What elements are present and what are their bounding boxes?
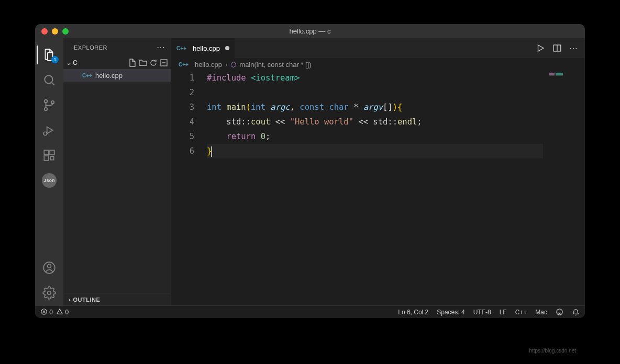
explorer-more-button[interactable]: ⋯ — [157, 42, 165, 52]
svg-point-11 — [48, 291, 51, 295]
outline-section[interactable]: ⌄ OUTLINE — [63, 293, 171, 305]
svg-point-17 — [557, 309, 562, 315]
text-cursor — [211, 146, 212, 157]
extensions-activity[interactable] — [37, 143, 62, 168]
run-icon[interactable] — [536, 43, 545, 53]
svg-point-3 — [51, 101, 54, 104]
token: int — [207, 103, 222, 112]
cpp-file-icon: C++ — [176, 46, 186, 51]
warning-icon — [56, 308, 63, 315]
token: std — [226, 117, 241, 127]
folder-header[interactable]: ⌄ C — [63, 56, 171, 69]
token: #include — [207, 73, 246, 83]
eol-status[interactable]: LF — [500, 309, 507, 316]
svg-rect-6 — [50, 150, 54, 155]
line-number: 4 — [171, 115, 194, 129]
dirty-indicator — [225, 46, 229, 50]
explorer-activity[interactable]: 1 — [37, 42, 62, 67]
cursor-position[interactable]: Ln 6, Col 2 — [398, 309, 428, 316]
source-control-activity[interactable] — [37, 93, 62, 118]
svg-rect-8 — [50, 156, 54, 160]
code-content: #include <iostream> int main(int argc, c… — [207, 71, 543, 305]
svg-point-0 — [45, 75, 52, 83]
errors-status[interactable]: 0 — [40, 308, 53, 316]
warnings-status[interactable]: 0 — [56, 308, 69, 316]
code-editor[interactable]: 1 2 3 4 5 6 #include <iostream> int main… — [171, 71, 585, 305]
minimize-window-button[interactable] — [52, 28, 58, 35]
token: std — [373, 117, 388, 127]
explorer-sidebar: EXPLORER ⋯ ⌄ C C++ hello.cpp ⌄ OU — [63, 38, 171, 305]
window-title: hello.cpp — c — [290, 27, 331, 35]
gear-icon — [42, 286, 56, 300]
chevron-down-icon: ⌄ — [67, 60, 71, 66]
svg-marker-13 — [538, 45, 544, 51]
account-icon — [42, 261, 56, 275]
token: argc — [270, 103, 290, 112]
tab-label: hello.cpp — [193, 44, 220, 52]
file-item-hello-cpp[interactable]: C++ hello.cpp — [63, 69, 171, 82]
svg-point-4 — [43, 132, 47, 135]
svg-rect-5 — [44, 150, 49, 155]
tab-hello-cpp[interactable]: C++ hello.cpp — [171, 38, 235, 58]
breadcrumb-file: hello.cpp — [195, 61, 222, 69]
token: cout — [251, 117, 270, 127]
error-icon — [40, 308, 48, 315]
os-status[interactable]: Mac — [535, 309, 547, 316]
run-debug-activity[interactable] — [37, 118, 62, 143]
line-number: 6 — [171, 144, 194, 158]
json-activity[interactable]: Json — [37, 168, 62, 193]
watermark: https://blog.csdn.net — [529, 348, 576, 354]
extensions-icon — [42, 149, 56, 162]
close-window-button[interactable] — [41, 28, 48, 35]
encoding-status[interactable]: UTF-8 — [473, 309, 491, 316]
token: argv — [363, 103, 383, 112]
traffic-lights — [35, 28, 69, 35]
json-icon: Json — [42, 173, 57, 188]
breadcrumb-symbol: main(int, const char * []) — [239, 61, 311, 69]
explorer-title: EXPLORER — [74, 44, 107, 51]
svg-rect-7 — [44, 156, 49, 161]
error-count: 0 — [49, 309, 53, 316]
svg-point-10 — [48, 264, 51, 268]
collapse-icon[interactable] — [160, 59, 168, 67]
branch-icon — [42, 98, 56, 112]
split-editor-icon[interactable] — [552, 43, 562, 53]
line-number: 5 — [171, 129, 194, 144]
warning-count: 0 — [65, 309, 69, 316]
debug-icon — [42, 123, 56, 137]
search-icon — [42, 73, 56, 87]
feedback-icon[interactable] — [556, 308, 563, 316]
token: "Hello world" — [290, 117, 353, 127]
token: char — [329, 103, 348, 112]
minimap[interactable] — [543, 71, 585, 305]
cpp-file-icon: C++ — [179, 62, 189, 67]
editor-actions: ⋯ — [528, 38, 585, 58]
token: 0 — [261, 132, 265, 141]
token: main — [226, 103, 246, 112]
titlebar: hello.cpp — c — [35, 24, 585, 38]
new-folder-icon[interactable] — [139, 59, 147, 67]
bell-icon[interactable] — [572, 308, 580, 316]
settings-activity[interactable] — [37, 280, 62, 305]
vscode-window: hello.cpp — c 1 Json — [35, 24, 585, 318]
line-number: 3 — [171, 100, 194, 115]
new-file-icon[interactable] — [128, 59, 137, 67]
function-icon: ⬡ — [230, 61, 236, 69]
tab-bar: C++ hello.cpp ⋯ — [171, 38, 585, 58]
refresh-icon[interactable] — [149, 59, 158, 67]
search-activity[interactable] — [37, 67, 62, 93]
line-number: 1 — [171, 71, 194, 85]
breadcrumb[interactable]: C++ hello.cpp › ⬡ main(int, const char *… — [171, 58, 585, 71]
explorer-header: EXPLORER ⋯ — [63, 38, 171, 56]
token: [] — [383, 103, 393, 112]
indentation-status[interactable]: Spaces: 4 — [437, 309, 464, 316]
maximize-window-button[interactable] — [62, 28, 69, 35]
folder-actions — [128, 59, 168, 67]
accounts-activity[interactable] — [37, 255, 62, 280]
activity-bar: 1 Json — [35, 38, 63, 305]
language-status[interactable]: C++ — [515, 309, 527, 316]
folder-name: C — [73, 59, 78, 66]
editor-more-button[interactable]: ⋯ — [569, 43, 578, 53]
outline-title: OUTLINE — [73, 297, 101, 303]
editor-area: C++ hello.cpp ⋯ C++ hello.cpp › ⬡ main(i… — [171, 38, 585, 305]
